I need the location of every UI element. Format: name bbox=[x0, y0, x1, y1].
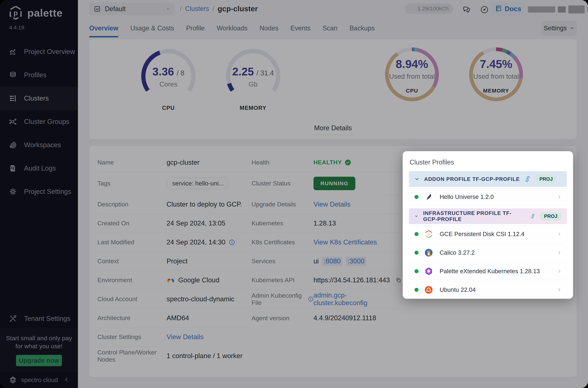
cluster-profiles-panel: Cluster Profiles ADDON PROFILE TF-GCP-PR… bbox=[403, 151, 573, 299]
infrastructure-profile-header[interactable]: INFRASTRUCTURE PROFILE TF-GCP-PROFILE PR… bbox=[409, 208, 567, 224]
addon-profile-name: ADDON PROFILE TF-GCP-PROFILE bbox=[424, 176, 520, 182]
chevron-right-icon bbox=[557, 250, 562, 255]
pack-row-gce-disk[interactable]: GCE Persistent Disk CSI 1.12.4 bbox=[409, 225, 567, 243]
pack-name: Calico 3.27.2 bbox=[440, 249, 475, 256]
chevron-right-icon bbox=[557, 232, 562, 237]
scope-badge: PROJ bbox=[535, 175, 557, 183]
chevron-down-icon bbox=[414, 176, 419, 182]
panel-title: Cluster Profiles bbox=[410, 158, 567, 166]
pack-status-dot bbox=[414, 288, 419, 292]
pack-row-palette-extended-kubernetes[interactable]: Palette eXtended Kubernetes 1.28.13 bbox=[409, 263, 567, 280]
infrastructure-profile-name: INFRASTRUCTURE PROFILE TF-GCP-PROFILE bbox=[423, 210, 525, 222]
pack-name: Hello Universe 1.2.0 bbox=[440, 194, 494, 200]
addon-profile-header[interactable]: ADDON PROFILE TF-GCP-PROFILE PROJ bbox=[409, 171, 567, 187]
scope-badge: PROJ bbox=[540, 212, 562, 220]
link-icon[interactable] bbox=[530, 213, 535, 219]
pack-name: Ubuntu 22.04 bbox=[440, 286, 476, 293]
hello-universe-icon bbox=[424, 193, 433, 201]
chevron-right-icon bbox=[557, 269, 562, 274]
pack-row-calico[interactable]: Calico 3.27.2 bbox=[409, 244, 567, 261]
pack-status-dot bbox=[414, 195, 419, 199]
pack-status-dot bbox=[414, 251, 419, 255]
pack-row-ubuntu[interactable]: Ubuntu 22.04 bbox=[409, 281, 567, 298]
chevron-right-icon bbox=[557, 288, 562, 292]
link-icon[interactable] bbox=[524, 176, 531, 182]
gce-persistent-disk-icon bbox=[424, 230, 433, 239]
pack-status-dot bbox=[414, 269, 419, 273]
ubuntu-icon bbox=[424, 286, 433, 294]
pack-name: GCE Persistent Disk CSI 1.12.4 bbox=[440, 231, 524, 238]
app-window: p palette 4.4.19 Project Overview Profil… bbox=[0, 0, 588, 388]
calico-icon bbox=[424, 248, 433, 257]
pack-name: Palette eXtended Kubernetes 1.28.13 bbox=[440, 268, 540, 275]
chevron-down-icon bbox=[414, 214, 419, 219]
palette-extended-kubernetes-icon bbox=[424, 267, 433, 276]
pack-row-hello-universe[interactable]: Hello Universe 1.2.0 bbox=[409, 188, 567, 205]
chevron-right-icon bbox=[557, 194, 562, 199]
pack-status-dot bbox=[414, 232, 419, 236]
